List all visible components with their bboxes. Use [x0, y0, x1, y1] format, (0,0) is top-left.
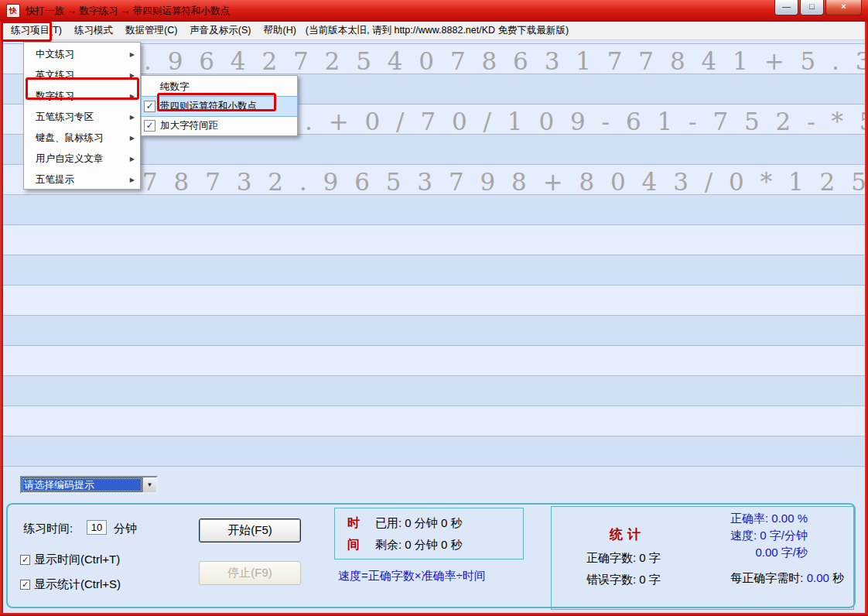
annotation-box-number-practice [26, 77, 139, 100]
wrong-count: 错误字数: 0 字 [586, 573, 661, 587]
time-box-title-char2: 间 [347, 535, 375, 555]
practice-text-line: . + 0 / 7 0 / 1 0 9 - 6 1 - 7 5 2 - * 5 [305, 108, 868, 135]
practice-input-row[interactable] [3, 436, 865, 467]
correct-count: 正确字数: 0 字 [586, 551, 661, 566]
speed-per-minute: 速度: 0 字/分钟 [730, 529, 808, 543]
close-button[interactable]: × [825, 0, 862, 15]
submenu-arrow-icon: ▶ [130, 128, 135, 149]
app-window: 快 快打一族 → 数字练习 → 带四则运算符和小数点 — □ × 练习项目(T)… [0, 0, 868, 616]
practice-row [3, 225, 865, 255]
practice-input-row[interactable] [3, 316, 865, 346]
practice-input-row[interactable] [3, 195, 865, 225]
show-stats-label: 显示统计(Ctrl+S) [34, 577, 121, 592]
stop-button[interactable]: 停止(F9) [199, 561, 301, 585]
app-icon: 快 [6, 4, 20, 18]
encoding-hint-combobox[interactable]: 请选择编码提示 ▼ [20, 476, 158, 494]
practice-input-row[interactable] [3, 255, 865, 286]
time-per-char: 每正确字需时: 0.00 秒 [730, 571, 844, 586]
menu-item-label: 五笔提示 [36, 174, 74, 185]
checkmark-icon: ✓ [144, 120, 155, 132]
practice-text-line: 7 8 7 3 2 . 9 6 5 3 7 9 8 + 8 0 4 3 / 0 … [142, 168, 868, 196]
version-notice: (当前版本太旧, 请到 http://www.8882.net/KD 免费下载最… [302, 24, 569, 37]
checkmark-placeholder [144, 81, 155, 93]
menubar-item-sound[interactable]: 声音及标示(S) [183, 22, 257, 39]
menubar-item-data-management[interactable]: 数据管理(C) [119, 22, 183, 39]
speed-per-second: 0.00 字/秒 [755, 546, 808, 560]
start-button[interactable]: 开始(F5) [199, 518, 301, 542]
annotation-box-practice-items-menu [1, 21, 52, 42]
menu-item-label: 用户自定义文章 [36, 153, 104, 164]
window-border [865, 0, 868, 616]
practice-time-input[interactable] [87, 520, 107, 535]
show-time-checkbox[interactable]: ✓ 显示时间(Ctrl+T) [20, 553, 120, 567]
maximize-button[interactable]: □ [800, 0, 824, 15]
speed-formula: 速度=正确字数×准确率÷时间 [338, 569, 486, 583]
submenu-arrow-icon: ▶ [130, 44, 135, 65]
submenu-arrow-icon: ▶ [130, 169, 135, 190]
menu-item-custom-article[interactable]: 用户自定义文章 ▶ [24, 149, 140, 169]
annotation-box-operators-decimal [157, 93, 276, 111]
time-used-value: 已用: 0 分钟 0 秒 [375, 513, 523, 533]
practice-items-menu: 中文练习 ▶ 英文练习 ▶ 数字练习 ▶ 五笔练习专区 ▶ 键盘、鼠标练习 ▶ … [23, 42, 141, 190]
time-remaining-value: 剩余: 0 分钟 0 秒 [375, 535, 523, 555]
statistics-title: 统计 [610, 525, 645, 543]
practice-row [3, 406, 865, 436]
practice-text-line: . 9 6 4 2 7 2 5 4 0 7 8 6 3 1 7 7 8 4 1 … [144, 47, 868, 75]
window-border [0, 0, 3, 616]
time-per-char-unit: 秒 [832, 571, 844, 584]
checkbox-check-icon: ✓ [20, 580, 30, 590]
submenu-item-wide-spacing[interactable]: ✓ 加大字符间距 [142, 116, 297, 135]
menu-item-keyboard-mouse-practice[interactable]: 键盘、鼠标练习 ▶ [24, 128, 140, 149]
menu-item-wubi-hint[interactable]: 五笔提示 ▶ [24, 169, 140, 190]
practice-time-label: 练习时间: [23, 522, 73, 536]
combobox-dropdown-icon[interactable]: ▼ [142, 477, 156, 492]
time-box: 时 已用: 0 分钟 0 秒 间 剩余: 0 分钟 0 秒 [334, 508, 524, 560]
menu-item-label: 中文练习 [36, 49, 74, 60]
minimize-button[interactable]: — [774, 0, 798, 15]
time-per-char-value: 0.00 [807, 571, 829, 584]
window-border [0, 613, 868, 616]
submenu-arrow-icon: ▶ [130, 149, 135, 169]
time-box-title-char1: 时 [347, 513, 375, 533]
accuracy-value: 正确率: 0.00 % [730, 512, 808, 526]
statistics-box: 统计 正确字数: 0 字 错误字数: 0 字 正确率: 0.00 % 速度: 0… [551, 506, 854, 610]
combobox-selected-value: 请选择编码提示 [22, 477, 142, 492]
checkmark-icon: ✓ [144, 101, 155, 112]
show-stats-checkbox[interactable]: ✓ 显示统计(Ctrl+S) [20, 577, 121, 592]
menu-item-label: 五笔练习专区 [36, 111, 94, 122]
show-time-label: 显示时间(Ctrl+T) [34, 553, 120, 567]
time-per-char-label: 每正确字需时: [730, 571, 803, 584]
menu-bar: 练习项目(T) 练习模式 数据管理(C) 声音及标示(S) 帮助(H) (当前版… [3, 22, 865, 40]
practice-row [3, 346, 865, 376]
practice-row [3, 286, 865, 316]
menu-item-wubi-practice[interactable]: 五笔练习专区 ▶ [24, 107, 140, 128]
menubar-item-help[interactable]: 帮助(H) [258, 22, 302, 39]
submenu-arrow-icon: ▶ [130, 107, 135, 128]
practice-time-unit: 分钟 [114, 522, 137, 536]
submenu-item-label: 加大字符间距 [160, 119, 218, 132]
menubar-item-practice-mode[interactable]: 练习模式 [68, 22, 119, 39]
practice-input-row[interactable] [3, 376, 865, 406]
window-title: 快打一族 → 数字练习 → 带四则运算符和小数点 [26, 5, 230, 18]
window-controls: — □ × [773, 0, 862, 15]
submenu-item-label: 纯数字 [160, 80, 190, 94]
checkbox-check-icon: ✓ [20, 555, 30, 565]
title-bar: 快 快打一族 → 数字练习 → 带四则运算符和小数点 — □ × [0, 0, 868, 22]
menu-item-chinese-practice[interactable]: 中文练习 ▶ [24, 44, 140, 65]
menu-item-label: 键盘、鼠标练习 [36, 132, 104, 143]
